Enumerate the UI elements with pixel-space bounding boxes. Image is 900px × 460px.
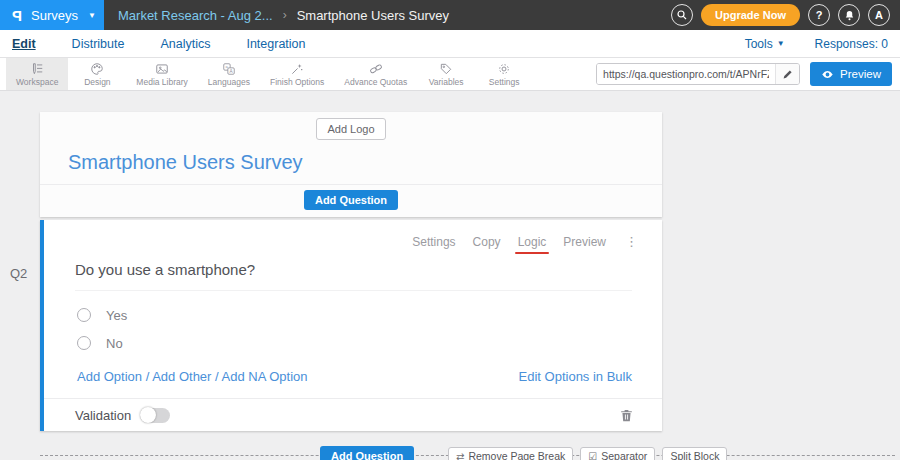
tab-settings[interactable]: Settings — [412, 235, 455, 249]
validation-label: Validation — [75, 408, 131, 423]
languages-icon: Aa — [222, 62, 236, 76]
upgrade-now-button[interactable]: Upgrade Now — [701, 4, 800, 26]
search-button[interactable] — [671, 4, 693, 26]
kebab-menu-icon[interactable]: ⋮ — [625, 237, 638, 247]
topbar-actions: Upgrade Now ? A — [671, 4, 890, 26]
survey-url-field — [596, 63, 800, 85]
links-separator: / — [211, 369, 221, 384]
search-icon — [676, 9, 688, 21]
edit-url-button[interactable] — [775, 64, 799, 84]
survey-header-card: Add Logo Smartphone Users Survey Add Que… — [40, 112, 662, 217]
workspace-icon — [30, 62, 44, 76]
product-name: Surveys — [31, 8, 78, 23]
tool-workspace[interactable]: Workspace — [6, 58, 68, 90]
add-question-button-bottom[interactable]: Add Question — [320, 446, 414, 460]
notifications-button[interactable] — [838, 4, 860, 26]
pencil-icon — [782, 69, 793, 80]
divider — [40, 184, 662, 185]
remove-page-break-button[interactable]: ⇄ Remove Page Break — [448, 447, 573, 460]
chevron-down-icon: ▼ — [777, 39, 785, 48]
add-other-link[interactable]: Add Other — [152, 369, 211, 384]
option-links-row: Add Option / Add Other / Add NA Option E… — [77, 369, 632, 384]
tool-settings[interactable]: Settings — [475, 58, 533, 90]
page-break-row: Add Question ⇄ Remove Page Break ☑ Separ… — [40, 446, 895, 460]
tools-label: Tools — [745, 37, 773, 51]
remove-page-break-label: Remove Page Break — [468, 450, 565, 460]
validation-toggle[interactable] — [140, 408, 170, 423]
trash-icon[interactable] — [619, 408, 634, 423]
separator-checkbox-icon: ☑ — [588, 451, 597, 460]
add-logo-button[interactable]: Add Logo — [316, 118, 385, 140]
split-block-button[interactable]: Split Block — [662, 447, 727, 460]
add-question-button-top[interactable]: Add Question — [304, 190, 398, 210]
tab-copy[interactable]: Copy — [473, 235, 501, 249]
avatar-initial: A — [875, 9, 883, 21]
separator-button[interactable]: ☑ Separator — [580, 447, 655, 460]
tool-finish-options[interactable]: Finish Options — [260, 58, 334, 90]
radio-button[interactable] — [77, 336, 91, 350]
survey-nav: Edit Distribute Analytics Integration To… — [0, 30, 900, 58]
breadcrumb-current: Smartphone Users Survey — [297, 8, 449, 23]
tool-advance-quotas[interactable]: Advance Quotas — [334, 58, 417, 90]
option-label[interactable]: Yes — [106, 308, 127, 323]
question-tabs: Settings Copy Logic Preview ⋮ — [44, 220, 662, 249]
survey-title[interactable]: Smartphone Users Survey — [68, 150, 662, 174]
magic-wand-icon — [290, 62, 304, 76]
tool-media-library[interactable]: Media Library — [126, 58, 198, 90]
remove-page-break-icon: ⇄ — [456, 451, 464, 460]
tab-logic[interactable]: Logic — [518, 235, 547, 249]
help-icon: ? — [816, 9, 823, 21]
option-row-no: No — [77, 335, 662, 351]
tool-variables[interactable]: Variables — [417, 58, 475, 90]
nav-item-analytics[interactable]: Analytics — [160, 37, 210, 51]
edit-options-in-bulk-link[interactable]: Edit Options in Bulk — [519, 369, 632, 384]
breadcrumb: Market Research - Aug 2... › Smartphone … — [118, 8, 449, 23]
breadcrumb-parent[interactable]: Market Research - Aug 2... — [118, 8, 273, 23]
tool-languages[interactable]: Aa Languages — [198, 58, 260, 90]
separator-label: Separator — [601, 450, 647, 460]
chevron-down-icon: ▼ — [88, 11, 96, 20]
add-na-option-link[interactable]: Add NA Option — [222, 369, 308, 384]
questionpro-logo-icon: P — [12, 7, 22, 24]
nav-item-integration[interactable]: Integration — [246, 37, 305, 51]
top-navbar: P Surveys ▼ Market Research - Aug 2... ›… — [0, 0, 900, 30]
bell-icon — [844, 10, 855, 21]
question-footer-row: Validation — [44, 399, 662, 431]
gear-icon — [497, 62, 511, 76]
survey-canvas: Add Logo Smartphone Users Survey Add Que… — [0, 91, 900, 460]
survey-url-input[interactable] — [597, 64, 775, 84]
chain-links-icon — [369, 62, 383, 76]
tag-icon — [439, 62, 453, 76]
split-block-label: Split Block — [670, 450, 719, 460]
add-option-link[interactable]: Add Option — [77, 369, 142, 384]
answer-options: Yes No — [44, 307, 662, 351]
nav-item-distribute[interactable]: Distribute — [72, 37, 125, 51]
editor-toolbar: Workspace Design Media Library Aa Langua… — [0, 58, 900, 91]
account-avatar[interactable]: A — [868, 4, 890, 26]
responses-count[interactable]: Responses: 0 — [815, 37, 888, 51]
preview-label: Preview — [840, 68, 881, 80]
tool-design[interactable]: Design — [68, 58, 126, 90]
option-label[interactable]: No — [106, 336, 123, 351]
radio-button[interactable] — [77, 308, 91, 322]
preview-button[interactable]: Preview — [810, 62, 892, 86]
design-palette-icon — [90, 62, 104, 76]
question-number: Q2 — [10, 266, 27, 281]
tools-menu[interactable]: Tools ▼ — [745, 37, 785, 51]
nav-item-edit[interactable]: Edit — [12, 37, 36, 51]
tab-preview[interactable]: Preview — [563, 235, 606, 249]
question-card: Q2 Settings Copy Logic Preview ⋮ Do you … — [40, 220, 662, 431]
question-text[interactable]: Do you use a smartphone? — [75, 261, 632, 291]
links-separator: / — [142, 369, 152, 384]
eye-icon — [821, 68, 834, 81]
breadcrumb-separator: › — [283, 8, 287, 22]
option-row-yes: Yes — [77, 307, 662, 323]
surveys-menu[interactable]: P Surveys ▼ — [0, 0, 104, 30]
image-icon — [155, 62, 169, 76]
help-button[interactable]: ? — [808, 4, 830, 26]
